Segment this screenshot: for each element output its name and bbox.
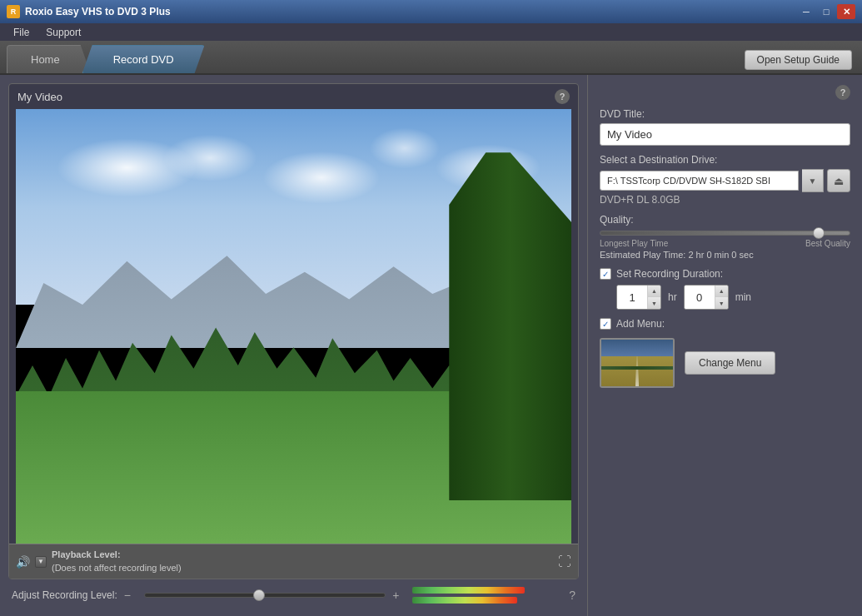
video-section: My Video ? 🔊 ▼ Playback Level: (Does not… [8, 83, 579, 579]
title-bar: R Roxio Easy VHS to DVD 3 Plus ─ □ ✕ [0, 0, 862, 23]
close-button[interactable]: ✕ [837, 4, 855, 19]
thumb-horizon [601, 366, 673, 370]
level-bar-fill-1 [412, 587, 525, 594]
fullscreen-icon[interactable]: ⛶ [558, 554, 571, 569]
window-title: Roxio Easy VHS to DVD 3 Plus [25, 6, 797, 17]
destination-label: Select a Destination Drive: [600, 154, 850, 166]
hours-arrows: ▲ ▼ [647, 286, 660, 309]
thumb-road [601, 356, 673, 386]
dvd-title-label: DVD Title: [600, 108, 850, 120]
volume-icon: 🔊 [16, 555, 30, 569]
level-plus-icon: + [392, 589, 406, 602]
video-preview [16, 109, 571, 544]
quality-left-label: Longest Play Time [600, 239, 668, 248]
level-minus-icon: − [124, 589, 137, 602]
destination-eject-button[interactable]: ⏏ [827, 169, 850, 192]
minutes-down[interactable]: ▼ [715, 297, 728, 309]
quality-section: Quality: Longest Play Time Best Quality … [600, 214, 850, 260]
recording-level-section: Adjust Recording Level: − + ? [8, 579, 579, 608]
open-guide-button[interactable]: Open Setup Guide [745, 50, 852, 70]
menu-bar: File Support [0, 23, 862, 42]
recording-level-label: Adjust Recording Level: [12, 589, 117, 601]
minutes-up[interactable]: ▲ [715, 286, 728, 297]
right-panel: ? DVD Title: Select a Destination Drive:… [587, 75, 862, 616]
level-bar-row-1 [412, 586, 562, 594]
level-slider-thumb[interactable] [253, 589, 265, 601]
hours-up[interactable]: ▲ [648, 286, 660, 297]
add-menu-checkbox[interactable]: ✓ [600, 318, 611, 330]
level-bar-fill-2 [412, 597, 517, 604]
quality-label: Quality: [600, 214, 850, 226]
app-icon: R [7, 5, 20, 18]
maximize-button[interactable]: □ [817, 4, 835, 19]
level-slider[interactable] [144, 593, 386, 598]
my-video-label: My Video [17, 91, 62, 103]
volume-dropdown[interactable]: ▼ [35, 556, 47, 568]
tab-home[interactable]: Home [7, 45, 91, 73]
tab-record-dvd[interactable]: Record DVD [82, 45, 205, 73]
menu-thumbnail [600, 338, 675, 388]
right-panel-header: ? [600, 85, 850, 100]
hours-input[interactable] [617, 286, 647, 309]
playback-text: Playback Level: (Does not affect recordi… [52, 549, 553, 574]
tab-bar: Home Record DVD Open Setup Guide [0, 42, 862, 75]
destination-row: F:\ TSSTcorp CD/DVDW SH-S182D SBI ▼ ⏏ [600, 169, 850, 192]
panel-help-icon[interactable]: ? [835, 85, 850, 100]
hours-spinner: ▲ ▼ [616, 285, 661, 310]
main-content: My Video ? 🔊 ▼ Playback Level: (Does not… [0, 75, 862, 616]
destination-dropdown-button[interactable]: ▼ [802, 169, 824, 192]
dvd-title-input[interactable] [600, 123, 850, 146]
menu-file[interactable]: File [5, 25, 37, 40]
video-header: My Video ? [9, 84, 578, 109]
destination-section: Select a Destination Drive: F:\ TSSTcorp… [600, 154, 850, 206]
help-icon-bottom[interactable]: ? [569, 589, 575, 602]
add-menu-row: ✓ Add Menu: [600, 318, 850, 330]
recording-duration-section: ✓ Set Recording Duration: ▲ ▼ hr ▲ ▼ [600, 268, 850, 310]
destination-value: F:\ TSSTcorp CD/DVDW SH-S182D SBI [600, 171, 799, 191]
add-menu-section: ✓ Add Menu: Change Menu [600, 318, 850, 388]
minimize-button[interactable]: ─ [797, 4, 815, 19]
right-tree-bg [449, 152, 571, 500]
level-meter [412, 586, 562, 604]
hr-label: hr [668, 291, 677, 303]
quality-labels: Longest Play Time Best Quality [600, 239, 850, 248]
hours-down[interactable]: ▼ [648, 297, 660, 309]
left-panel: My Video ? 🔊 ▼ Playback Level: (Does not… [0, 75, 587, 616]
menu-thumbnail-row: Change Menu [600, 338, 850, 388]
menu-support[interactable]: Support [37, 25, 89, 40]
window-controls: ─ □ ✕ [797, 4, 855, 19]
minutes-spinner: ▲ ▼ [684, 285, 729, 310]
minutes-arrows: ▲ ▼ [715, 286, 728, 309]
quality-slider-thumb[interactable] [813, 227, 825, 239]
recording-duration-label: Set Recording Duration: [616, 268, 723, 280]
disc-type-label: DVD+R DL 8.0GB [600, 194, 850, 206]
recording-duration-row: ✓ Set Recording Duration: [600, 268, 850, 280]
video-controls: 🔊 ▼ Playback Level: (Does not affect rec… [9, 544, 578, 579]
estimated-time: Estimated Play Time: 2 hr 0 min 0 sec [600, 250, 850, 260]
quality-right-label: Best Quality [805, 239, 850, 248]
quality-slider[interactable] [600, 231, 850, 236]
duration-inputs: ▲ ▼ hr ▲ ▼ min [616, 285, 850, 310]
add-menu-label: Add Menu: [616, 318, 665, 330]
thumb-road-line [635, 356, 640, 386]
minutes-input[interactable] [685, 286, 715, 309]
min-label: min [735, 291, 751, 303]
dvd-title-section: DVD Title: [600, 108, 850, 146]
change-menu-button[interactable]: Change Menu [685, 351, 775, 375]
video-help-icon[interactable]: ? [555, 89, 570, 104]
recording-duration-checkbox[interactable]: ✓ [600, 268, 611, 280]
estimated-time-value: 2 hr 0 min 0 sec [688, 250, 753, 260]
level-bar-row-2 [412, 596, 562, 604]
